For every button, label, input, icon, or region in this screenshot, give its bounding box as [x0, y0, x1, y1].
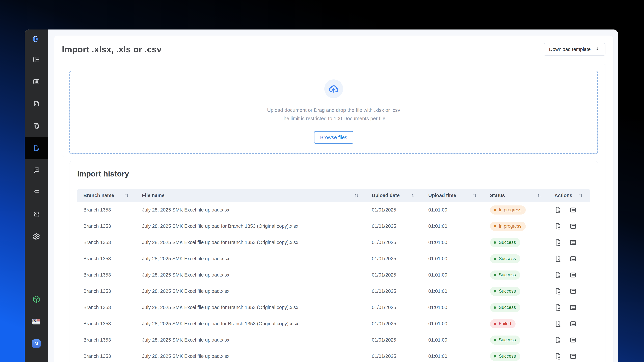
- sidebar-item-package[interactable]: [25, 288, 48, 310]
- cell-actions: [548, 271, 590, 279]
- header-upload-time[interactable]: Upload time: [422, 193, 484, 198]
- header-status[interactable]: Status: [484, 193, 548, 198]
- sort-icon[interactable]: [472, 193, 477, 198]
- status-badge: Success: [490, 271, 520, 280]
- status-label: Success: [499, 256, 516, 261]
- file-download-action-icon[interactable]: [554, 222, 562, 230]
- sidebar-item-pages-copy[interactable]: [25, 159, 48, 181]
- sort-icon[interactable]: [410, 193, 416, 198]
- file-download-action-icon[interactable]: [554, 336, 562, 344]
- file-download-action-icon[interactable]: [554, 206, 562, 214]
- header-upload-date[interactable]: Upload date: [366, 193, 422, 198]
- import-history-table: Branch name File name Upload date U: [77, 189, 590, 362]
- sidebar-item-card-list[interactable]: [25, 70, 48, 93]
- view-table-action-icon[interactable]: [569, 222, 577, 230]
- view-table-action-icon[interactable]: [569, 255, 577, 263]
- cell-file-name: July 28, 2025 SMK Excel file upload for …: [136, 305, 366, 310]
- status-dot-icon: [494, 355, 496, 358]
- card-list-icon: [32, 78, 40, 85]
- brand-logo[interactable]: [25, 29, 48, 48]
- cell-upload-time: 01:01:00: [422, 223, 484, 229]
- sidebar: M: [25, 29, 48, 362]
- sidebar-item-profile[interactable]: M: [25, 333, 48, 355]
- view-table-action-icon[interactable]: [569, 353, 577, 360]
- file-download-action-icon[interactable]: [554, 271, 562, 279]
- table-row[interactable]: Branch 1353 July 28, 2025 SMK Excel file…: [77, 348, 590, 362]
- cell-upload-time: 01:01:00: [422, 305, 484, 310]
- copy-pages-icon: [32, 122, 40, 130]
- sidebar-item-store-add[interactable]: [25, 203, 48, 225]
- cell-status: Success: [484, 303, 548, 312]
- cell-branch-name: Branch 1353: [77, 337, 136, 343]
- sidebar-item-settings[interactable]: [25, 225, 48, 248]
- file-download-action-icon[interactable]: [554, 255, 562, 263]
- sort-icon[interactable]: [124, 193, 129, 198]
- sidebar-item-language-flag[interactable]: [25, 310, 48, 333]
- cell-actions: [548, 239, 590, 246]
- file-dropzone[interactable]: Upload document or Drag and drop the fil…: [70, 71, 598, 154]
- browse-files-button[interactable]: Browse files: [314, 131, 354, 144]
- import-history-section: Import history Branch name File name Upl…: [69, 161, 598, 362]
- sidebar-item-dashboard[interactable]: [25, 48, 48, 70]
- file-download-action-icon[interactable]: [554, 353, 562, 360]
- file-download-action-icon[interactable]: [554, 304, 562, 311]
- cell-upload-time: 01:01:00: [422, 272, 484, 278]
- sidebar-item-list[interactable]: [25, 181, 48, 203]
- header-branch-name[interactable]: Branch name: [77, 193, 136, 198]
- status-label: Success: [499, 305, 516, 310]
- cell-upload-date: 01/01/2025: [366, 207, 422, 213]
- cell-upload-time: 01:01:00: [422, 207, 484, 213]
- table-row[interactable]: Branch 1353 July 28, 2025 SMK Excel file…: [77, 267, 590, 283]
- header-actions[interactable]: Actions: [548, 193, 590, 198]
- table-row[interactable]: Branch 1353 July 28, 2025 SMK Excel file…: [77, 332, 590, 348]
- table-row[interactable]: Branch 1353 July 28, 2025 SMK Excel file…: [77, 202, 590, 218]
- status-label: Failed: [499, 321, 511, 326]
- view-table-action-icon[interactable]: [569, 320, 577, 328]
- sort-icon[interactable]: [354, 193, 359, 198]
- cell-upload-date: 01/01/2025: [366, 289, 422, 294]
- sort-icon[interactable]: [578, 193, 583, 198]
- sidebar-item-copy-pages[interactable]: [25, 115, 48, 137]
- cell-status: Success: [484, 336, 548, 345]
- table-row[interactable]: Branch 1353 July 28, 2025 SMK Excel file…: [77, 251, 590, 267]
- table-row[interactable]: Branch 1353 July 28, 2025 SMK Excel file…: [77, 283, 590, 299]
- status-dot-icon: [494, 209, 496, 211]
- table-row[interactable]: Branch 1353 July 28, 2025 SMK Excel file…: [77, 234, 590, 251]
- table-row[interactable]: Branch 1353 July 28, 2025 SMK Excel file…: [77, 218, 590, 234]
- status-badge: Success: [490, 287, 520, 296]
- sidebar-item-import-active[interactable]: [25, 137, 48, 159]
- status-dot-icon: [494, 290, 496, 293]
- cell-actions: [548, 255, 590, 263]
- view-table-action-icon[interactable]: [569, 271, 577, 279]
- cell-upload-time: 01:01:00: [422, 321, 484, 327]
- main-content: Import .xlsx, .xls or .csv Download temp…: [48, 29, 618, 362]
- cloud-upload-icon: [328, 83, 339, 94]
- cell-file-name: July 28, 2025 SMK Excel file upload.xlsx: [136, 256, 366, 261]
- table-row[interactable]: Branch 1353 July 28, 2025 SMK Excel file…: [77, 299, 590, 316]
- brand-logo-icon: [32, 35, 40, 43]
- file-download-action-icon[interactable]: [554, 320, 562, 328]
- download-template-label: Download template: [549, 46, 591, 52]
- malaysia-flag-icon: [32, 319, 40, 325]
- view-table-action-icon[interactable]: [569, 287, 577, 295]
- sidebar-item-documents[interactable]: [25, 93, 48, 115]
- status-label: Success: [499, 240, 516, 245]
- layout-dashboard-icon: [32, 56, 40, 63]
- view-table-action-icon[interactable]: [569, 336, 577, 344]
- table-row[interactable]: Branch 1353 July 28, 2025 SMK Excel file…: [77, 316, 590, 332]
- cell-actions: [548, 336, 590, 344]
- file-download-action-icon[interactable]: [554, 287, 562, 295]
- settings-gear-icon: [32, 233, 40, 240]
- status-dot-icon: [494, 274, 496, 276]
- header-file-name[interactable]: File name: [136, 193, 366, 198]
- cell-status: Success: [484, 271, 548, 280]
- cell-status: Success: [484, 287, 548, 296]
- file-download-action-icon[interactable]: [554, 239, 562, 246]
- cell-upload-date: 01/01/2025: [366, 337, 422, 343]
- view-table-action-icon[interactable]: [569, 239, 577, 246]
- view-table-action-icon[interactable]: [569, 206, 577, 214]
- view-table-action-icon[interactable]: [569, 304, 577, 311]
- download-template-button[interactable]: Download template: [544, 43, 606, 56]
- sort-icon[interactable]: [537, 193, 542, 198]
- cell-branch-name: Branch 1353: [77, 321, 136, 327]
